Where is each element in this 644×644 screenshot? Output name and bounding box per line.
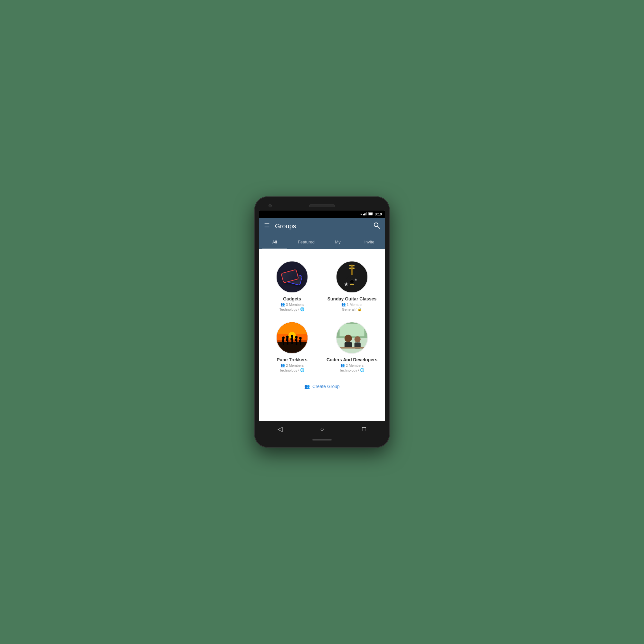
- groups-grid: Gadgets 👥 3 Members Technology / 🌐: [259, 252, 385, 377]
- group-avatar-gadgets: [276, 261, 308, 293]
- svg-point-40: [295, 336, 298, 338]
- svg-point-7: [374, 223, 378, 227]
- signal-icon: [363, 212, 367, 216]
- phone-bottom-bar: [259, 437, 385, 443]
- members-icon: 👥: [280, 302, 285, 307]
- svg-point-31: [282, 336, 285, 339]
- svg-rect-38: [290, 338, 292, 340]
- battery-icon: [368, 212, 374, 216]
- app-bar-left: ☰ Groups: [264, 222, 296, 230]
- svg-rect-41: [295, 339, 296, 341]
- tab-all[interactable]: All: [259, 234, 290, 249]
- svg-rect-5: [373, 213, 373, 214]
- trekkers-scene: [277, 322, 308, 353]
- svg-rect-3: [366, 212, 367, 215]
- svg-point-49: [345, 335, 352, 342]
- tab-featured[interactable]: Featured: [290, 234, 322, 249]
- group-members-coders: 👥 2 Members: [340, 363, 364, 367]
- group-name-guitar: Sunday Guitar Classes: [327, 296, 377, 301]
- group-category-coders: Technology / 🌐: [339, 368, 365, 372]
- svg-rect-13: [353, 267, 355, 267]
- group-name-trekkers: Pune Trekkers: [277, 357, 308, 362]
- coders-scene: [336, 322, 367, 354]
- nav-recent-button[interactable]: □: [358, 422, 371, 435]
- svg-point-51: [355, 336, 361, 342]
- group-members-gadgets: 👥 3 Members: [280, 302, 304, 307]
- svg-point-37: [291, 335, 293, 337]
- wifi-icon: ▾: [360, 213, 362, 216]
- svg-rect-15: [353, 268, 355, 269]
- nav-home-button[interactable]: ○: [316, 422, 328, 435]
- phone-screen: ▾ 3: [259, 211, 385, 421]
- group-avatar-coders: [336, 322, 368, 354]
- group-category-guitar: General / 🔒: [342, 307, 362, 311]
- hamburger-icon[interactable]: ☰: [264, 222, 270, 230]
- group-members-guitar: 👥 1 Member: [341, 302, 363, 307]
- svg-rect-1: [364, 213, 365, 215]
- svg-rect-6: [369, 213, 372, 215]
- svg-rect-44: [299, 340, 300, 342]
- members-icon: 👥: [340, 363, 345, 367]
- status-time: 3:19: [375, 212, 382, 216]
- svg-rect-53: [340, 347, 365, 349]
- guitar-icon: [341, 264, 363, 290]
- status-icons: ▾ 3: [360, 212, 382, 216]
- speaker: [309, 204, 335, 207]
- svg-rect-48: [340, 324, 365, 336]
- phone-top-bar: [259, 201, 385, 211]
- svg-rect-10: [349, 265, 351, 266]
- status-bar: ▾ 3: [259, 211, 385, 218]
- group-item-guitar[interactable]: Sunday Guitar Classes 👥 1 Member General…: [322, 256, 382, 317]
- group-name-coders: Coders And Developers: [327, 357, 377, 362]
- members-icon: 👥: [280, 363, 285, 367]
- tab-invite[interactable]: Invite: [354, 234, 385, 249]
- create-group-icon: 👥: [304, 384, 310, 389]
- svg-rect-2: [365, 213, 366, 215]
- group-avatar-guitar: [336, 261, 368, 293]
- svg-rect-12: [349, 267, 351, 267]
- svg-rect-11: [353, 265, 355, 266]
- group-name-gadgets: Gadgets: [283, 296, 301, 301]
- members-icon: 👥: [341, 302, 346, 307]
- camera: [269, 204, 272, 207]
- svg-point-34: [286, 336, 289, 338]
- app-bar: ☰ Groups: [259, 218, 385, 234]
- svg-point-21: [350, 280, 354, 283]
- svg-rect-32: [282, 339, 283, 342]
- svg-rect-23: [350, 284, 354, 285]
- group-members-trekkers: 👥 2 Members: [280, 363, 304, 367]
- svg-rect-0: [363, 214, 364, 215]
- nav-back-button[interactable]: ◁: [273, 422, 286, 435]
- group-item-trekkers[interactable]: Pune Trekkers 👥 2 Members Technology / 🌐: [262, 317, 322, 377]
- svg-point-43: [299, 337, 302, 339]
- content-area: Gadgets 👥 3 Members Technology / 🌐: [259, 249, 385, 421]
- group-category-trekkers: Technology / 🌐: [279, 368, 305, 372]
- svg-rect-14: [349, 268, 351, 269]
- create-group-button[interactable]: 👥 Create Group: [259, 377, 385, 395]
- group-item-coders[interactable]: Coders And Developers 👥 2 Members Techno…: [322, 317, 382, 377]
- svg-rect-35: [286, 338, 287, 341]
- svg-line-8: [378, 226, 380, 228]
- app-title: Groups: [275, 223, 296, 230]
- phone-device: ▾ 3: [254, 196, 390, 448]
- tab-my[interactable]: My: [322, 234, 354, 249]
- tabs-bar: All Featured My Invite: [259, 234, 385, 249]
- group-item-gadgets[interactable]: Gadgets 👥 3 Members Technology / 🌐: [262, 256, 322, 317]
- home-indicator: [312, 439, 332, 440]
- bottom-nav: ◁ ○ □: [259, 421, 385, 437]
- group-category-gadgets: Technology / 🌐: [279, 307, 305, 311]
- group-avatar-trekkers: [276, 322, 308, 354]
- create-group-label: Create Group: [312, 384, 340, 389]
- search-icon[interactable]: [374, 222, 380, 230]
